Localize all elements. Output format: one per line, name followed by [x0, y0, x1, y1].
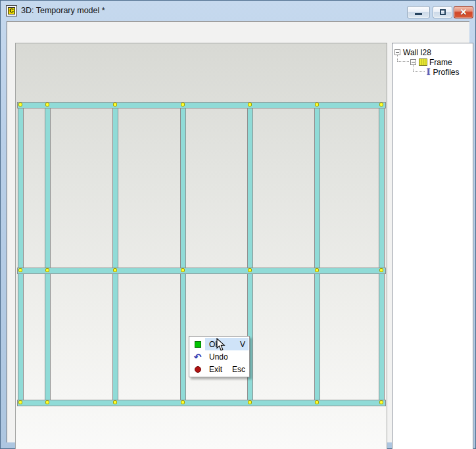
wall-stud[interactable]: [18, 105, 24, 403]
wall-stud[interactable]: [112, 105, 118, 403]
joint-node[interactable]: [379, 268, 383, 272]
tree-item-wall[interactable]: Wall I28: [394, 48, 431, 57]
minimize-icon: [415, 13, 422, 15]
menu-item-label: Undo: [209, 352, 240, 362]
wall-beam[interactable]: [17, 102, 386, 108]
app-icon: C: [6, 5, 17, 16]
joint-node[interactable]: [113, 268, 117, 272]
wall-beam[interactable]: [17, 268, 386, 274]
wall-stud[interactable]: [379, 105, 385, 403]
joint-node[interactable]: [45, 400, 49, 404]
joint-node[interactable]: [315, 400, 319, 404]
window-title: 3D: Temporary model *: [21, 6, 105, 15]
mouse-cursor-icon: [216, 338, 226, 352]
joint-node[interactable]: [45, 103, 49, 106]
joint-node[interactable]: [45, 268, 49, 272]
joint-node[interactable]: [379, 400, 383, 404]
menu-item-shortcut: V: [240, 340, 245, 349]
app-icon-glyph: C: [8, 7, 15, 14]
wall-stud[interactable]: [314, 105, 320, 403]
joint-node[interactable]: [248, 103, 252, 106]
restore-icon: [440, 9, 446, 15]
close-button[interactable]: ✕: [454, 6, 473, 18]
model-tree-panel: Wall I28 Frame I Profiles: [392, 43, 473, 449]
frame-hatch-icon: [419, 59, 427, 66]
titlebar[interactable]: C 3D: Temporary model * ✕: [1, 1, 475, 21]
joint-node[interactable]: [315, 268, 319, 272]
joint-node[interactable]: [18, 103, 22, 106]
tree-item-label: Wall I28: [403, 48, 431, 57]
collapse-minus-icon[interactable]: [394, 49, 400, 55]
wall-stud[interactable]: [45, 105, 51, 403]
3d-viewport[interactable]: [15, 43, 387, 449]
joint-node[interactable]: [248, 268, 252, 272]
restore-button[interactable]: [433, 6, 452, 18]
exit-dot-icon: [195, 366, 201, 373]
joint-node[interactable]: [18, 268, 22, 272]
tree-item-frame[interactable]: Frame: [410, 58, 452, 66]
tree-item-label: Profiles: [433, 68, 459, 77]
menu-item-undo[interactable]: ↶ Undo: [190, 350, 249, 363]
menu-item-label: Exit: [209, 365, 227, 374]
wall-stud[interactable]: [180, 105, 186, 403]
joint-node[interactable]: [18, 400, 22, 404]
close-icon: ✕: [460, 8, 467, 16]
minimize-button[interactable]: [407, 6, 430, 18]
app-window: C 3D: Temporary model * ✕ OK V: [0, 0, 476, 449]
tree-item-profiles[interactable]: I Profiles: [427, 68, 459, 76]
joint-node[interactable]: [113, 400, 117, 404]
menu-item-shortcut: Esc: [232, 365, 245, 374]
joint-node[interactable]: [379, 103, 383, 106]
client-area: OK V ↶ Undo Exit Esc: [7, 21, 469, 442]
tree-connector: [397, 61, 409, 62]
tree-item-label: Frame: [429, 58, 452, 67]
tree-connector: [413, 71, 425, 72]
ok-square-icon: [195, 341, 201, 348]
joint-node[interactable]: [181, 103, 185, 106]
joint-node[interactable]: [181, 268, 185, 272]
undo-arrow-icon: ↶: [194, 352, 202, 362]
joint-node[interactable]: [113, 103, 117, 106]
menu-item-exit[interactable]: Exit Esc: [190, 363, 249, 375]
i-beam-profile-icon: I: [427, 68, 430, 76]
wall-beam[interactable]: [17, 400, 386, 406]
joint-node[interactable]: [248, 400, 252, 404]
collapse-minus-icon[interactable]: [410, 59, 416, 65]
joint-node[interactable]: [181, 400, 185, 404]
joint-node[interactable]: [315, 103, 319, 106]
